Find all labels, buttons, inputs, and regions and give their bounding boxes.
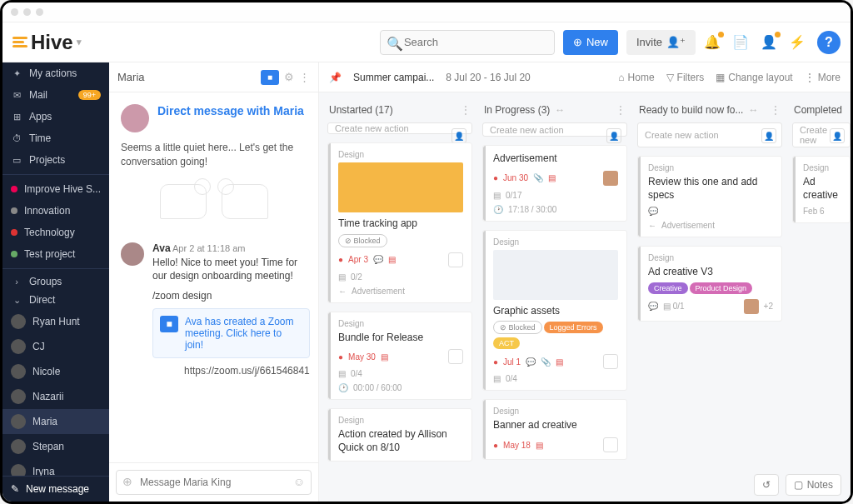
invite-button[interactable]: Invite👤⁺ <box>626 30 696 55</box>
new-message-button[interactable]: ✎New message <box>2 476 109 502</box>
bolt-icon[interactable]: ⚡ <box>789 34 806 50</box>
chat-input-row: ⊕ ☺ <box>109 462 318 502</box>
card-title: Banner ad creative <box>493 419 618 432</box>
gear-icon[interactable]: ⚙ <box>284 71 294 83</box>
assign-placeholder[interactable] <box>603 437 618 452</box>
avatar <box>603 171 618 186</box>
more-button[interactable]: ⋮More <box>805 72 841 83</box>
zoom-link[interactable]: https://zoom.us/j/661546841 <box>184 365 310 377</box>
bell-icon[interactable]: 🔔 <box>704 34 721 50</box>
global-search[interactable]: 🔍 <box>380 30 555 55</box>
traffic-light-max[interactable] <box>36 8 43 16</box>
assign-icon[interactable]: 👤 <box>451 128 466 143</box>
card-dependency: ←Advertisement <box>648 221 773 230</box>
card[interactable]: Advertisement●Jun 30📎▤▤0/17🕑17:18 / 30:0… <box>482 145 627 222</box>
sidebar-project[interactable]: Technology <box>2 222 109 243</box>
arrows-icon[interactable]: ↔ <box>748 104 758 116</box>
chevron-down-icon[interactable]: ▾ <box>77 37 82 47</box>
help-button[interactable]: ? <box>817 31 841 54</box>
sidebar-item[interactable]: ✦My actions <box>2 62 109 84</box>
sidebar-dm[interactable]: Nazarii <box>2 384 109 409</box>
arrows-icon[interactable]: ↔ <box>555 104 565 116</box>
dm-title: Direct message with Maria <box>157 104 304 117</box>
column-menu[interactable]: ⋮ <box>616 104 626 116</box>
column-menu[interactable]: ⋮ <box>847 104 851 116</box>
create-action-input[interactable]: Create new action👤 <box>482 122 627 137</box>
search-input[interactable] <box>380 30 555 55</box>
sidebar-direct[interactable]: ⌄Direct <box>2 291 109 309</box>
column-menu[interactable]: ⋮ <box>461 104 471 116</box>
more-icon: ⋮ <box>805 72 815 83</box>
sidebar-item[interactable]: ⊞Apps <box>2 106 109 127</box>
card-label: Design <box>648 253 773 262</box>
assign-icon[interactable]: 👤 <box>606 128 621 143</box>
create-action-input[interactable]: Create new action👤 <box>637 122 782 147</box>
avatar-icon[interactable]: 👤 <box>761 34 777 50</box>
card[interactable]: DesignAd creative V3CreativeProduct Desi… <box>637 246 782 322</box>
traffic-light-min[interactable] <box>23 8 31 16</box>
card[interactable]: DesignAction created by Allison Quick on… <box>327 408 472 462</box>
pencil-icon: ✎ <box>11 483 19 495</box>
document-icon[interactable]: 📄 <box>732 34 749 50</box>
attach-icon[interactable]: ⊕ <box>122 475 132 488</box>
history-button[interactable]: ↺ <box>754 474 779 496</box>
create-action-input[interactable]: Create new👤 <box>792 122 851 147</box>
sidebar-dm[interactable]: Iryna <box>2 459 109 476</box>
clock-icon: 🕑 <box>338 383 348 392</box>
layout-button[interactable]: ▦Change layout <box>716 72 792 83</box>
assign-placeholder[interactable] <box>448 349 463 364</box>
card[interactable]: DesignBanner ad creative●May 18▤ <box>482 399 627 460</box>
sidebar-item[interactable]: ✉Mail99+ <box>2 84 109 106</box>
app-logo[interactable]: Hive ▾ <box>12 31 82 54</box>
tag: ACT <box>493 337 520 349</box>
new-button[interactable]: ⊕New <box>563 30 618 55</box>
card[interactable]: DesignAd creativeFeb 6 <box>792 156 851 223</box>
sidebar-item[interactable]: ⏱Time <box>2 127 109 149</box>
dm-subtitle: Seems a little quiet here... Let's get t… <box>121 141 307 169</box>
sidebar-groups[interactable]: ›Groups <box>2 272 109 290</box>
alert-icon: ● <box>338 352 343 362</box>
create-action-input[interactable]: Create new action👤 <box>327 122 472 134</box>
emoji-icon[interactable]: ☺ <box>293 475 305 488</box>
more-icon[interactable]: ⋮ <box>299 71 310 83</box>
card[interactable]: DesignTime tracking app⊘ Blocked●Apr 3💬▤… <box>327 142 472 303</box>
sidebar-project[interactable]: Improve Hive S... <box>2 178 109 200</box>
board-column: Unstarted (17)⋮ Create new action👤Design… <box>327 101 472 468</box>
traffic-light-close[interactable] <box>11 8 18 16</box>
card-meta: ●May 18▤ <box>493 437 618 452</box>
sidebar-project[interactable]: Test project <box>2 243 109 265</box>
zoom-meeting-card[interactable]: ■ Ava has created a Zoom meeting. Click … <box>152 308 310 358</box>
checklist-icon: ▤ 0/1 <box>663 302 685 311</box>
sidebar-dm[interactable]: Maria <box>2 409 109 434</box>
assign-placeholder[interactable] <box>448 252 463 267</box>
avatar <box>11 464 26 476</box>
sidebar-dm[interactable]: Ryan Hunt <box>2 309 109 334</box>
card[interactable]: DesignReview this one and add specs💬←Adv… <box>637 156 782 237</box>
filter-icon: ▽ <box>666 72 674 83</box>
assign-icon[interactable]: 👤 <box>830 128 845 143</box>
filters-button[interactable]: ▽Filters <box>666 72 705 83</box>
zoom-icon: ■ <box>160 316 178 332</box>
sidebar-dm[interactable]: Nicole <box>2 359 109 384</box>
card-label: Design <box>803 163 841 172</box>
assign-icon[interactable]: 👤 <box>761 128 776 143</box>
sidebar-dm[interactable]: Stepan <box>2 434 109 459</box>
comment-icon: 💬 <box>648 302 658 311</box>
card-meta: ●May 30▤ <box>338 349 463 364</box>
chat-panel: Maria ■ ⚙ ⋮ Direct message with Maria Se… <box>109 62 319 502</box>
assign-placeholder[interactable] <box>603 354 618 369</box>
column-menu[interactable]: ⋮ <box>771 104 781 116</box>
zoom-icon[interactable]: ■ <box>261 70 279 85</box>
column-header: Unstarted (17)⋮ <box>327 101 472 122</box>
home-button[interactable]: ⌂Home <box>618 72 654 83</box>
project-name[interactable]: Summer campai... <box>353 72 434 83</box>
sidebar-item[interactable]: ▭Projects <box>2 149 109 171</box>
sidebar-project[interactable]: Innovation <box>2 200 109 222</box>
card[interactable]: DesignBundle for Release●May 30▤▤0/4🕑00:… <box>327 312 472 401</box>
message-input[interactable] <box>116 470 312 495</box>
notes-button[interactable]: ▢Notes <box>786 474 841 496</box>
card-meta: 💬▤ 0/1+2 <box>648 299 773 314</box>
card[interactable]: DesignGraphic assets⊘ BlockedLogged Erro… <box>482 230 627 392</box>
sidebar-dm[interactable]: CJ <box>2 334 109 359</box>
pin-icon[interactable]: 📌 <box>329 72 342 83</box>
